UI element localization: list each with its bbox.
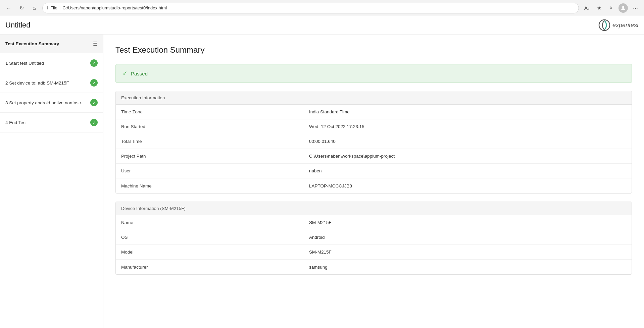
reader-view-button[interactable]: Aₐ xyxy=(582,3,592,13)
exec-label-user: User xyxy=(121,164,309,177)
device-info-section: Device Information (SM-M215F) Name SM-M2… xyxy=(115,202,632,275)
browser-tools: Aₐ ★ ☓ ⋯ xyxy=(582,3,640,13)
content-title: Test Execution Summary xyxy=(115,45,632,55)
passed-banner: ✓ Passed xyxy=(115,64,632,83)
sidebar-header-title: Test Execution Summary xyxy=(5,41,59,46)
more-button[interactable]: ⋯ xyxy=(631,3,640,13)
profile-button[interactable] xyxy=(618,3,628,13)
exec-label-machinename: Machine Name xyxy=(121,179,309,193)
sidebar-item-2[interactable]: 2 Set device to: adb:SM-M215F ✓ xyxy=(0,73,103,93)
main-layout: Test Execution Summary ☰ 1 Start test Un… xyxy=(0,35,644,328)
sidebar: Test Execution Summary ☰ 1 Start test Un… xyxy=(0,35,103,328)
address-separator: | xyxy=(59,5,60,10)
logo-text: experitest xyxy=(612,22,639,29)
device-value-manufacturer: samsung xyxy=(309,261,328,274)
browser-chrome: ← ↻ ⌂ ℹ File | C:/Users/naben/appiumstud… xyxy=(0,0,644,16)
check-icon-4: ✓ xyxy=(90,119,98,126)
page-title-bar: Untitled experitest xyxy=(0,16,644,35)
sidebar-item-label-3: 3 Set property android.native.nonInstr..… xyxy=(5,100,85,105)
device-row-model: Model SM-M215F xyxy=(116,245,632,260)
exec-value-timezone: India Standard Time xyxy=(309,105,350,118)
svg-point-1 xyxy=(599,20,610,31)
device-value-name: SM-M215F xyxy=(309,216,332,229)
device-value-os: Android xyxy=(309,231,325,244)
home-button[interactable]: ⌂ xyxy=(30,3,39,13)
device-label-manufacturer: Manufacturer xyxy=(121,261,309,274)
passed-check-icon: ✓ xyxy=(122,70,128,77)
sidebar-item-1[interactable]: 1 Start test Untitled ✓ xyxy=(0,53,103,73)
collections-button[interactable]: ☓ xyxy=(606,3,616,13)
exec-row-user: User naben xyxy=(116,164,632,178)
device-info-header: Device Information (SM-M215F) xyxy=(116,202,632,215)
page-title: Untitled xyxy=(5,21,31,30)
exec-label-totaltime: Total Time xyxy=(121,135,309,148)
favorites-button[interactable]: ★ xyxy=(594,3,604,13)
exec-value-runstarted: Wed, 12 Oct 2022 17:23:15 xyxy=(309,120,364,133)
passed-text: Passed xyxy=(131,71,148,76)
content-area: Test Execution Summary ✓ Passed Executio… xyxy=(103,35,644,328)
exec-row-runstarted: Run Started Wed, 12 Oct 2022 17:23:15 xyxy=(116,119,632,134)
execution-info-section: Execution Information Time Zone India St… xyxy=(115,91,632,194)
address-info-icon: ℹ xyxy=(47,6,48,10)
svg-point-0 xyxy=(622,6,624,8)
sidebar-header: Test Execution Summary ☰ xyxy=(0,35,103,53)
exec-value-machinename: LAPTOP-MCCCJJB8 xyxy=(309,179,352,193)
device-row-name: Name SM-M215F xyxy=(116,215,632,230)
logo-icon xyxy=(598,19,610,31)
sidebar-item-label-4: 4 End Test xyxy=(5,120,27,125)
device-label-model: Model xyxy=(121,245,309,259)
back-button[interactable]: ← xyxy=(4,3,13,13)
check-icon-2: ✓ xyxy=(90,79,98,87)
sidebar-menu-icon[interactable]: ☰ xyxy=(93,41,98,47)
exec-row-timezone: Time Zone India Standard Time xyxy=(116,105,632,119)
address-bar[interactable]: ℹ File | C:/Users/naben/appiumstudio-rep… xyxy=(42,3,579,13)
exec-row-machinename: Machine Name LAPTOP-MCCCJJB8 xyxy=(116,178,632,193)
device-value-model: SM-M215F xyxy=(309,245,332,259)
exec-value-totaltime: 00:00:01.640 xyxy=(309,135,336,148)
device-row-manufacturer: Manufacturer samsung xyxy=(116,260,632,274)
check-icon-3: ✓ xyxy=(90,99,98,106)
exec-row-projectpath: Project Path C:\Users\naben\workspace\ap… xyxy=(116,149,632,164)
device-label-name: Name xyxy=(121,216,309,229)
exec-label-projectpath: Project Path xyxy=(121,150,309,163)
exec-label-runstarted: Run Started xyxy=(121,120,309,133)
exec-row-totaltime: Total Time 00:00:01.640 xyxy=(116,134,632,149)
device-label-os: OS xyxy=(121,231,309,244)
execution-info-header: Execution Information xyxy=(116,91,632,105)
refresh-button[interactable]: ↻ xyxy=(17,3,26,13)
exec-label-timezone: Time Zone xyxy=(121,105,309,118)
avatar[interactable] xyxy=(618,3,628,13)
sidebar-item-label-1: 1 Start test Untitled xyxy=(5,61,44,66)
exec-value-user: naben xyxy=(309,164,322,177)
check-icon-1: ✓ xyxy=(90,59,98,67)
sidebar-item-4[interactable]: 4 End Test ✓ xyxy=(0,113,103,132)
sidebar-item-label-2: 2 Set device to: adb:SM-M215F xyxy=(5,80,69,86)
exec-value-projectpath: C:\Users\naben\workspace\appium-project xyxy=(309,150,395,163)
device-row-os: OS Android xyxy=(116,230,632,245)
logo-area: experitest xyxy=(598,19,639,31)
address-protocol: File xyxy=(50,5,57,10)
address-url: C:/Users/naben/appiumstudio-reports/test… xyxy=(62,5,167,10)
sidebar-item-3[interactable]: 3 Set property android.native.nonInstr..… xyxy=(0,93,103,113)
